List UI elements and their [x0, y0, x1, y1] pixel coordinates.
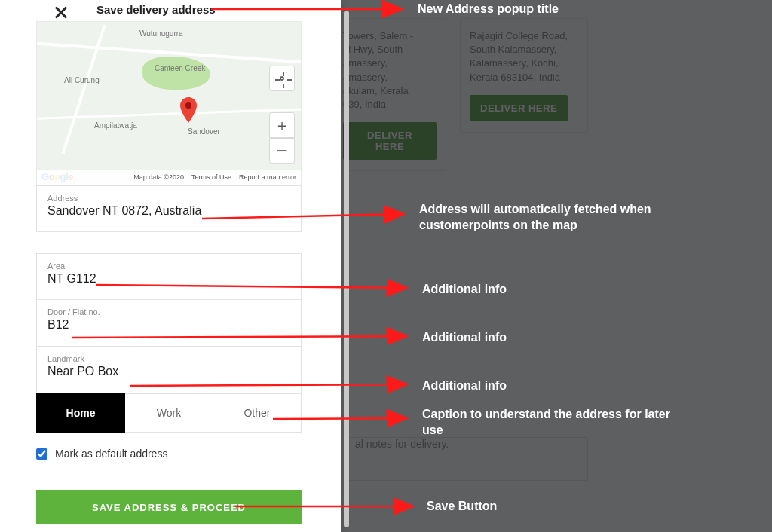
- map-attribution: Map data ©2020 Terms of Use Report a map…: [37, 170, 301, 185]
- area-label: Area: [47, 261, 290, 271]
- map-place-label: Wutunugurra: [139, 29, 183, 38]
- default-address-row[interactable]: Mark as default address: [36, 448, 302, 460]
- address-tag-group: Home Work Other: [36, 393, 302, 433]
- annot-save: Save Button: [427, 499, 497, 515]
- map-place-label: Sandover: [188, 127, 220, 136]
- address-input[interactable]: [47, 203, 290, 218]
- panel-scrollbar[interactable]: [344, 11, 349, 527]
- map-locate-button[interactable]: [269, 66, 295, 91]
- annot-title: New Address popup title: [418, 2, 559, 17]
- landmark-input[interactable]: [47, 363, 290, 378]
- map-pin-icon[interactable]: [179, 97, 198, 117]
- svg-point-0: [185, 102, 191, 109]
- close-icon[interactable]: [51, 3, 71, 23]
- annot-tags: Caption to understand the address for la…: [422, 407, 694, 439]
- address-field[interactable]: Address: [36, 185, 302, 232]
- panel-title: Save delivery address: [96, 3, 216, 16]
- map[interactable]: Wutunugurra Canteen Creek Ali Curung Amp…: [36, 21, 302, 185]
- map-zoom-in-button[interactable]: ＋: [269, 112, 295, 138]
- tag-other-button[interactable]: Other: [213, 393, 302, 433]
- map-place-label: Ali Curung: [64, 76, 100, 84]
- door-field[interactable]: Door / Flat no.: [36, 300, 302, 347]
- default-address-label: Mark as default address: [55, 448, 167, 460]
- map-place-label: Canteen Creek: [155, 64, 205, 72]
- landmark-label: Landmark: [47, 354, 290, 363]
- tag-work-button[interactable]: Work: [125, 393, 213, 433]
- save-address-panel: Save delivery address Wutunugurra Cantee…: [0, 0, 341, 532]
- area-input[interactable]: [47, 271, 290, 286]
- area-field[interactable]: Area: [36, 253, 302, 300]
- default-address-checkbox[interactable]: [36, 448, 47, 460]
- door-label: Door / Flat no.: [47, 307, 290, 316]
- map-zoom-out-button[interactable]: −: [269, 138, 295, 164]
- annot-address: Address will automatically fetched when …: [419, 202, 691, 234]
- tag-home-button[interactable]: Home: [36, 393, 125, 433]
- landmark-field[interactable]: Landmark: [36, 347, 302, 393]
- map-place-label: Ampilatwatja: [94, 121, 137, 130]
- annot-area: Additional info: [422, 282, 507, 298]
- save-address-button[interactable]: SAVE ADDRESS & PROCEED: [36, 490, 302, 524]
- annot-door: Additional info: [422, 330, 507, 346]
- door-input[interactable]: [47, 316, 290, 332]
- annot-landmark: Additional info: [422, 378, 507, 394]
- address-label: Address: [47, 194, 290, 203]
